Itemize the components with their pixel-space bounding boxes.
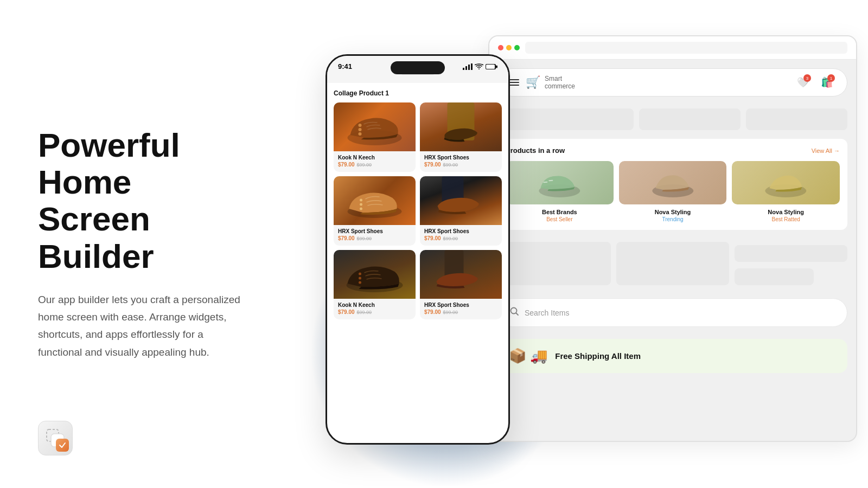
collage-item-4[interactable]: HRX Sport Shoes $79.00 $99.00 (420, 176, 502, 246)
collage-item-2[interactable]: HRX Sport Shoes $79.00 $99.00 (420, 102, 502, 172)
svg-rect-9 (463, 68, 464, 70)
wishlist-button[interactable]: 🤍 3 (794, 73, 812, 92)
collage-item-price-3: $79.00 $99.00 (338, 235, 411, 241)
products-header: Products in a row View All → (506, 146, 840, 155)
svg-rect-15 (496, 65, 497, 68)
cart-badge: 1 (827, 74, 835, 82)
phone-time: 9:41 (338, 62, 352, 70)
product-img-1 (506, 161, 614, 204)
collage-item-1[interactable]: Kook N Keech $79.00 $99.00 (334, 102, 416, 172)
search-icon (509, 306, 519, 319)
svg-point-22 (360, 199, 362, 202)
collage-img-6 (420, 250, 502, 299)
price-original-2: $99.00 (443, 162, 458, 168)
collage-item-5[interactable]: Kook N Keech $79.00 $99.00 (334, 250, 416, 319)
svg-line-8 (516, 313, 519, 316)
collage-item-6[interactable]: HRX Sport Shoes $79.00 $99.00 (420, 250, 502, 319)
wishlist-badge: 3 (803, 74, 811, 82)
hamburger-icon[interactable] (509, 79, 519, 86)
price-current-4: $79.00 (424, 235, 441, 241)
tool-icon (38, 421, 73, 455)
products-section: Products in a row View All → (498, 139, 847, 230)
svg-point-29 (359, 281, 361, 284)
product-tag-3: Best Ratted (732, 216, 840, 222)
price-original-5: $99.00 (357, 310, 372, 315)
svg-point-28 (359, 277, 361, 280)
svg-point-7 (511, 308, 517, 314)
collage-title: Collage Product 1 (334, 89, 502, 97)
price-original-1: $99.00 (357, 162, 372, 168)
collage-item-name-5: Kook N Keech (338, 302, 411, 308)
cart-logo-icon: 🛒 (526, 75, 540, 89)
browser-topbar (489, 36, 856, 60)
product-name-1: Best Brands (506, 209, 614, 215)
product-name-3: Nova Styling (732, 209, 840, 215)
price-current-2: $79.00 (424, 162, 441, 168)
collage-item-info-2: HRX Sport Shoes $79.00 $99.00 (420, 151, 502, 172)
left-section: Powerful Home Screen Builder Our app bui… (0, 94, 282, 394)
price-current-3: $79.00 (338, 235, 355, 241)
placeholder-block-1 (498, 242, 611, 285)
collage-item-price-2: $79.00 $99.00 (424, 162, 497, 168)
collage-item-name-2: HRX Sport Shoes (424, 155, 497, 160)
collage-item-name-6: HRX Sport Shoes (424, 302, 497, 308)
svg-rect-12 (471, 63, 473, 70)
nav-icons: 🤍 3 🛍️ 1 (794, 73, 836, 92)
phone-status-icons (463, 63, 497, 70)
product-card-3[interactable]: Nova Styling Best Ratted (732, 161, 840, 222)
svg-rect-10 (465, 66, 467, 70)
product-tag-2: Trending (619, 216, 727, 222)
shipping-emoji: 📦 🚚 (509, 348, 547, 364)
product-card-1[interactable]: Best Brands Best Seller (506, 161, 614, 222)
browser-dot-green (514, 45, 520, 50)
product-tag-1: Best Seller (506, 216, 614, 222)
svg-point-24 (360, 208, 362, 210)
svg-rect-11 (468, 65, 470, 70)
collage-img-3 (334, 176, 416, 225)
products-title: Products in a row (506, 146, 565, 155)
price-original-4: $99.00 (443, 236, 458, 241)
collage-item-info-5: Kook N Keech $79.00 $99.00 (334, 299, 416, 319)
svg-point-23 (360, 203, 362, 206)
product-img-3 (732, 161, 840, 204)
cart-button[interactable]: 🛍️ 1 (818, 73, 836, 92)
browser-dot-yellow (506, 45, 512, 50)
browser-url-bar (525, 42, 847, 54)
price-current-1: $79.00 (338, 162, 355, 168)
product-img-2 (619, 161, 727, 204)
right-section: 🛒 Smart commerce 🤍 3 🛍️ (282, 0, 868, 488)
collage-img-4 (420, 176, 502, 225)
placeholder-block-2 (616, 242, 729, 285)
view-all-link[interactable]: View All → (812, 147, 840, 154)
price-original-3: $99.00 (357, 236, 372, 241)
browser-nav: 🛒 Smart commerce 🤍 3 🛍️ (498, 68, 847, 97)
products-grid: Best Brands Best Seller (506, 161, 840, 222)
collage-item-price-1: $79.00 $99.00 (338, 162, 411, 168)
search-placeholder: Search Items (525, 309, 569, 317)
placeholder-text-2 (735, 268, 814, 285)
product-card-2[interactable]: Nova Styling Trending (619, 161, 727, 222)
collage-img-5 (334, 250, 416, 299)
nav-logo: 🛒 Smart commerce (526, 75, 575, 91)
browser-content: 🛒 Smart commerce 🤍 3 🛍️ (489, 60, 856, 382)
collage-item-info-6: HRX Sport Shoes $79.00 $99.00 (420, 299, 502, 319)
collage-grid: Kook N Keech $79.00 $99.00 (334, 102, 502, 319)
tool-icon-inner (56, 439, 69, 452)
phone-mockup: 9:41 (326, 54, 510, 445)
collage-item-info-4: HRX Sport Shoes $79.00 $99.00 (420, 225, 502, 246)
placeholder-row-1 (498, 242, 847, 285)
browser-dots (498, 45, 520, 50)
search-box[interactable]: Search Items (498, 298, 847, 327)
collage-img-1 (334, 102, 416, 151)
page-wrapper: Powerful Home Screen Builder Our app bui… (0, 0, 868, 488)
svg-point-27 (359, 273, 361, 275)
placeholder-text-1 (735, 245, 847, 262)
svg-point-19 (359, 132, 362, 136)
price-original-6: $99.00 (443, 310, 458, 315)
price-current-6: $79.00 (424, 309, 441, 315)
collage-item-price-4: $79.00 $99.00 (424, 235, 497, 241)
brand-name: Smart commerce (545, 75, 575, 91)
svg-rect-14 (486, 65, 495, 69)
collage-item-3[interactable]: HRX Sport Shoes $79.00 $99.00 (334, 176, 416, 246)
browser-dot-red (498, 45, 503, 50)
